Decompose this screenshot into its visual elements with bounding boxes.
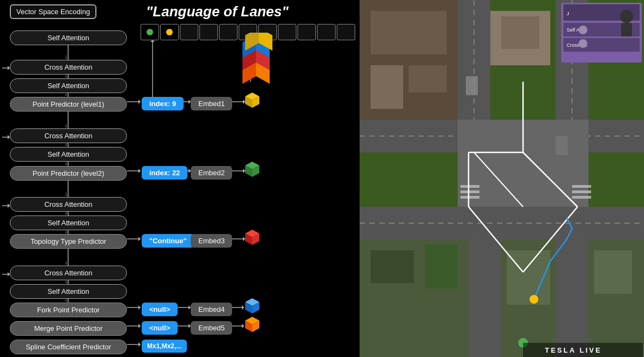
svg-rect-110 [370, 250, 414, 283]
cube-stack [237, 33, 275, 93]
seq-cell-green [141, 24, 159, 40]
seq-cell-9 [337, 24, 355, 40]
cross-attn-4-label: Cross Attention [44, 269, 92, 277]
svg-rect-122 [572, 185, 591, 188]
fork-pred-label: Fork Point Predictor [37, 306, 100, 314]
svg-rect-123 [572, 190, 591, 193]
cube-embed-5 [245, 317, 259, 333]
spline-val-box: Mx1,Mx2,... [142, 340, 187, 353]
svg-point-145 [579, 26, 587, 34]
cross-attn-3-block: Cross Attention [10, 197, 127, 212]
null-1-label: <null> [149, 305, 170, 313]
svg-point-146 [579, 39, 587, 48]
embed-2-label: Embed2 [198, 169, 224, 177]
svg-text:↓: ↓ [64, 258, 68, 266]
svg-rect-114 [556, 239, 588, 357]
index-1-label: index: 9 [149, 100, 176, 108]
point-pred-1-block: Point Predictor (level1) [10, 97, 127, 112]
seq-cell-yellow [160, 24, 179, 40]
svg-rect-124 [572, 196, 591, 199]
cross-attn-4-block: Cross Attention [10, 266, 127, 280]
self-attn-4-block: Self Attention [10, 216, 127, 230]
self-attn-2-block: Self Attention [10, 78, 127, 93]
aerial-view: TESLA LIVE J Self Att... Cross A... [360, 0, 644, 357]
svg-marker-55 [242, 305, 244, 310]
spline-pred-block: Spline Coefficient Predictor [10, 340, 127, 354]
self-attn-1-block: Self Attention [10, 30, 127, 45]
self-attn-3-label: Self Attention [47, 150, 89, 158]
cross-attn-2-block: Cross Attention [10, 128, 127, 143]
embed-1-box: Embed1 [191, 97, 232, 110]
svg-marker-39 [138, 169, 141, 173]
cube-embed-2 [245, 162, 259, 178]
null-box-1: <null> [142, 303, 178, 316]
seq-cell-2 [199, 24, 218, 40]
null-box-2: <null> [142, 321, 178, 335]
aerial-svg: TESLA LIVE J Self Att... Cross A... [360, 0, 644, 357]
vector-space-label: Vector Space Encoding [10, 4, 96, 19]
spline-pred-label: Spline Coefficient Predictor [26, 343, 111, 351]
embed-2-box: Embed2 [191, 166, 232, 180]
index-2-label: index: 22 [149, 169, 180, 177]
svg-marker-51 [138, 305, 141, 310]
svg-rect-121 [460, 196, 479, 199]
topo-pred-block: Topology Type Predictor [10, 234, 127, 249]
topo-pred-label: Topology Type Predictor [31, 237, 106, 245]
self-attn-5-label: Self Attention [47, 287, 89, 296]
svg-rect-96 [370, 11, 447, 54]
svg-text:TESLA  LIVE: TESLA LIVE [545, 346, 602, 354]
point-pred-2-label: Point Predictor (level2) [33, 169, 105, 177]
cross-attn-3-label: Cross Attention [44, 200, 92, 208]
svg-marker-33 [138, 100, 141, 104]
right-panel: TESLA LIVE J Self Att... Cross A... [360, 0, 644, 357]
svg-rect-135 [556, 136, 568, 155]
self-attn-4-label: Self Attention [47, 219, 89, 227]
spline-val-label: Mx1,Mx2,... [147, 342, 181, 350]
svg-point-132 [530, 295, 538, 304]
svg-marker-61 [242, 324, 244, 328]
embed-4-label: Embed4 [198, 305, 224, 313]
embed-5-box: Embed5 [191, 321, 232, 335]
svg-text:J: J [567, 11, 569, 16]
svg-marker-45 [138, 237, 141, 241]
svg-marker-57 [138, 324, 141, 328]
self-attn-3-block: Self Attention [10, 147, 127, 162]
self-attn-2-label: Self Attention [47, 82, 89, 90]
seq-cell-7 [297, 24, 316, 40]
index-box-1: index: 9 [142, 97, 184, 110]
merge-pred-label: Merge Point Predictor [34, 324, 103, 333]
svg-rect-134 [466, 76, 478, 95]
svg-rect-108 [501, 16, 539, 49]
seq-cell-6 [278, 24, 296, 40]
continue-label: "Continue" [149, 237, 187, 245]
svg-rect-112 [469, 239, 501, 357]
svg-rect-117 [594, 250, 632, 294]
continue-box: "Continue" [142, 234, 195, 248]
embed-5-label: Embed5 [198, 324, 224, 332]
embed-3-label: Embed3 [198, 237, 224, 245]
svg-point-147 [620, 10, 633, 23]
cross-attn-2-label: Cross Attention [44, 132, 92, 140]
cross-attn-1-label: Cross Attention [44, 63, 92, 71]
point-pred-2-block: Point Predictor (level2) [10, 166, 127, 181]
diagram-title: "Language of Lanes" [146, 3, 289, 20]
embed-1-label: Embed1 [198, 100, 224, 108]
svg-text:↓: ↓ [64, 53, 68, 60]
title-text: Vector Space Encoding [16, 8, 90, 16]
point-pred-1-label: Point Predictor (level1) [33, 100, 105, 108]
svg-rect-97 [370, 65, 403, 109]
svg-rect-120 [460, 190, 479, 193]
left-panel: ↓ ↓ ↓ ↓ ↓ ↓ ↓ ↓ ↓ ↓ ↓ ↓ [0, 0, 360, 357]
self-attn-5-block: Self Attention [10, 284, 127, 299]
svg-rect-111 [425, 245, 458, 288]
embed-3-box: Embed3 [191, 234, 232, 248]
cube-embed-4 [245, 298, 259, 315]
embed-4-box: Embed4 [191, 303, 232, 316]
svg-rect-98 [409, 65, 447, 93]
svg-rect-148 [621, 23, 632, 36]
cross-attn-1-block: Cross Attention [10, 60, 127, 75]
svg-marker-63 [138, 342, 141, 347]
cube-embed-3 [245, 230, 259, 246]
svg-text:↓: ↓ [64, 190, 68, 198]
index-box-2: index: 22 [142, 166, 187, 180]
